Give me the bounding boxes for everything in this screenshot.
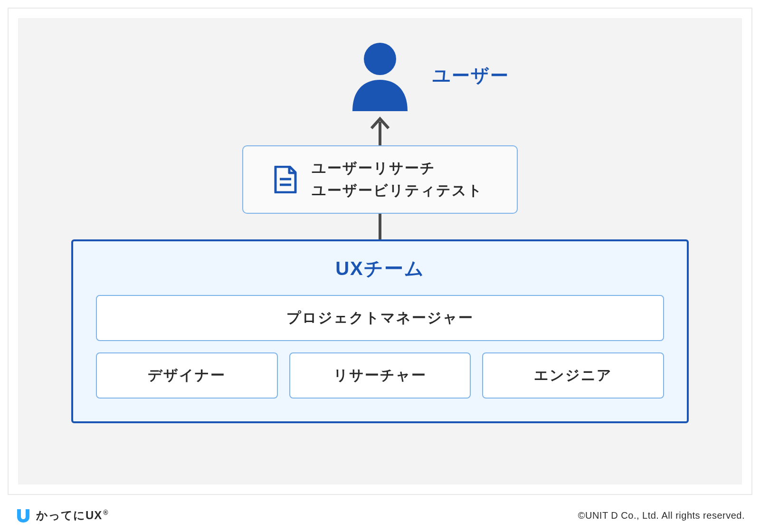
- footer: かってにUX® ©UNIT D Co., Ltd. All rights res…: [15, 507, 745, 523]
- connector-line: [378, 214, 382, 240]
- role-researcher: リサーチャー: [289, 352, 471, 399]
- diagram-outer-frame: ユーザー ユーザーリサーチ ユーザービリティテスト UXチーム プロジェクトマネ…: [8, 8, 752, 495]
- research-box: ユーザーリサーチ ユーザービリティテスト: [242, 145, 518, 214]
- copyright: ©UNIT D Co., Ltd. All rights reserved.: [578, 510, 745, 521]
- user-icon: [347, 40, 413, 111]
- brand: かってにUX®: [15, 507, 109, 523]
- document-icon: [274, 166, 297, 193]
- user-block: ユーザー: [18, 40, 742, 111]
- svg-point-0: [364, 43, 396, 75]
- brand-text: かってにUX®: [36, 508, 109, 523]
- role-project-manager: プロジェクトマネージャー: [96, 295, 664, 341]
- diagram-inner-frame: ユーザー ユーザーリサーチ ユーザービリティテスト UXチーム プロジェクトマネ…: [18, 18, 742, 484]
- role-row: デザイナー リサーチャー エンジニア: [96, 352, 664, 399]
- research-line-2: ユーザービリティテスト: [312, 181, 483, 200]
- brand-name: かってにUX: [36, 509, 102, 522]
- role-engineer: エンジニア: [482, 352, 664, 399]
- ux-team-title: UXチーム: [335, 256, 425, 282]
- arrow-up-icon: [366, 114, 394, 146]
- brand-registered-mark: ®: [103, 509, 108, 516]
- user-label: ユーザー: [432, 64, 509, 88]
- research-line-1: ユーザーリサーチ: [312, 159, 483, 178]
- brand-logo-icon: [15, 507, 31, 523]
- ux-team-box: UXチーム プロジェクトマネージャー デザイナー リサーチャー エンジニア: [71, 239, 689, 423]
- role-designer: デザイナー: [96, 352, 278, 399]
- research-text: ユーザーリサーチ ユーザービリティテスト: [312, 159, 483, 200]
